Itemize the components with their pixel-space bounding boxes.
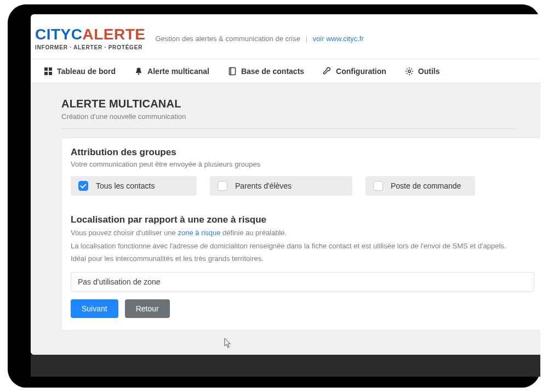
groups-section: Attribution des groupes Votre communicat… xyxy=(71,147,534,196)
page-subtitle: Création d'une nouvelle communication xyxy=(61,112,516,121)
tagline-link[interactable]: voir www.cityc.fr xyxy=(313,35,364,43)
checkbox-icon[interactable] xyxy=(78,181,88,191)
zone-section: Localisation par rapport à une zone à ri… xyxy=(71,214,534,318)
nav-label: Base de contacts xyxy=(241,67,304,76)
svg-point-4 xyxy=(138,73,140,75)
svg-rect-0 xyxy=(44,67,48,71)
svg-rect-1 xyxy=(49,67,52,71)
zone-select-value: Pas d'utilisation de zone xyxy=(78,277,161,286)
groups-title: Attribution des groupes xyxy=(71,147,534,158)
nav-dashboard[interactable]: Tableau de bord xyxy=(36,59,123,83)
group-option-parents[interactable]: Parents d'élèves xyxy=(210,176,352,196)
bell-icon xyxy=(134,67,143,76)
header: CITYCALERTE INFORMER · ALERTER · PROTÉGE… xyxy=(31,14,540,59)
next-button[interactable]: Suivant xyxy=(71,299,118,318)
zone-title: Localisation par rapport à une zone à ri… xyxy=(71,214,534,225)
logo-part2: ALERTE xyxy=(83,26,146,43)
zone-desc-line3: Idéal pour les intercommunalités et les … xyxy=(71,253,534,264)
group-option-all[interactable]: Tous les contacts xyxy=(71,176,197,196)
nav-label: Alerte multicanal xyxy=(147,67,209,76)
svg-point-6 xyxy=(408,70,410,72)
page-title: ALERTE MULTICANAL xyxy=(61,98,516,110)
svg-rect-2 xyxy=(44,72,48,75)
zone-desc-line1: Vous pouvez choisir d'utiliser une zone … xyxy=(71,228,534,238)
nav-label: Outils xyxy=(418,67,440,76)
gear-icon xyxy=(405,67,414,76)
logo-part1: CITYC xyxy=(35,26,83,43)
header-tagline: Gestion des alertes & communication de c… xyxy=(156,35,364,43)
svg-rect-3 xyxy=(49,72,52,75)
group-option-poste[interactable]: Poste de commande xyxy=(366,176,475,196)
back-button[interactable]: Retour xyxy=(125,299,170,318)
main-nav: Tableau de bord Alerte multicanal Base d… xyxy=(31,59,540,83)
group-label: Tous les contacts xyxy=(96,181,155,190)
nav-outils[interactable]: Outils xyxy=(397,59,448,83)
logo: CITYCALERTE INFORMER · ALERTER · PROTÉGE… xyxy=(35,27,146,50)
nav-label: Configuration xyxy=(336,67,386,76)
nav-alerte-multicanal[interactable]: Alerte multicanal xyxy=(127,59,217,83)
wrench-icon xyxy=(323,67,332,76)
zone-risk-link[interactable]: zone à risque xyxy=(178,229,220,237)
svg-rect-5 xyxy=(229,67,235,75)
page-header: ALERTE MULTICANAL Création d'une nouvell… xyxy=(61,94,516,129)
nav-configuration[interactable]: Configuration xyxy=(315,59,394,83)
zone-desc-line2: La localisation fonctionne avec l'adress… xyxy=(71,241,534,252)
logo-strapline: INFORMER · ALERTER · PROTÉGER xyxy=(35,44,146,50)
zone-select[interactable]: Pas d'utilisation de zone xyxy=(71,272,534,292)
group-label: Poste de commande xyxy=(391,181,461,190)
page-body: ALERTE MULTICANAL Création d'une nouvell… xyxy=(31,83,540,355)
checkbox-icon[interactable] xyxy=(218,181,227,191)
group-label: Parents d'élèves xyxy=(235,181,292,190)
form-card: Attribution des groupes Votre communicat… xyxy=(61,138,540,331)
tagline-text: Gestion des alertes & communication de c… xyxy=(156,35,300,43)
nav-label: Tableau de bord xyxy=(57,67,116,76)
nav-base-contacts[interactable]: Base de contacts xyxy=(220,59,312,83)
groups-subtitle: Votre communication peut être envoyée à … xyxy=(71,160,534,168)
grid-icon xyxy=(44,67,53,76)
checkbox-icon[interactable] xyxy=(373,181,383,191)
contacts-icon xyxy=(228,67,237,76)
